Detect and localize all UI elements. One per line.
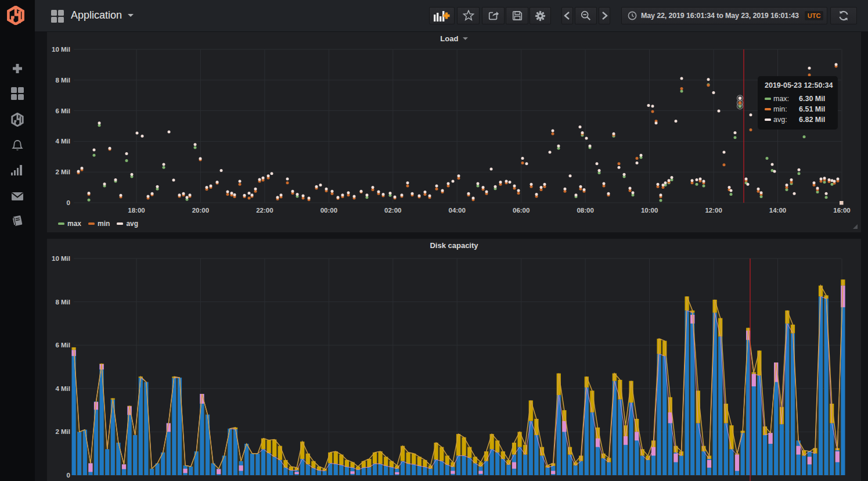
svg-text:12:00: 12:00: [705, 207, 722, 214]
svg-text:16:00: 16:00: [833, 207, 850, 214]
svg-text:6 Mil: 6 Mil: [55, 107, 70, 114]
svg-text:08:00: 08:00: [577, 207, 593, 214]
svg-text:20:00: 20:00: [192, 207, 209, 214]
svg-text:18:00: 18:00: [128, 207, 145, 214]
svg-text:14:00: 14:00: [769, 207, 786, 214]
svg-text:2 Mil: 2 Mil: [55, 428, 70, 435]
svg-text:0: 0: [67, 472, 70, 479]
svg-text:0: 0: [67, 199, 70, 206]
svg-text:00:00: 00:00: [320, 207, 337, 214]
svg-text:22:00: 22:00: [256, 207, 273, 214]
svg-text:2 Mil: 2 Mil: [55, 168, 70, 175]
svg-text:10 Mil: 10 Mil: [52, 46, 70, 53]
svg-text:8 Mil: 8 Mil: [55, 299, 70, 306]
svg-text:06:00: 06:00: [513, 207, 530, 214]
svg-text:4 Mil: 4 Mil: [55, 138, 70, 145]
svg-text:02:00: 02:00: [384, 207, 401, 214]
svg-text:10:00: 10:00: [641, 207, 658, 214]
svg-text:04:00: 04:00: [448, 207, 465, 214]
svg-text:10 Mil: 10 Mil: [52, 255, 70, 262]
svg-text:4 Mil: 4 Mil: [55, 385, 70, 392]
svg-text:8 Mil: 8 Mil: [55, 77, 70, 84]
svg-text:6 Mil: 6 Mil: [55, 342, 70, 349]
